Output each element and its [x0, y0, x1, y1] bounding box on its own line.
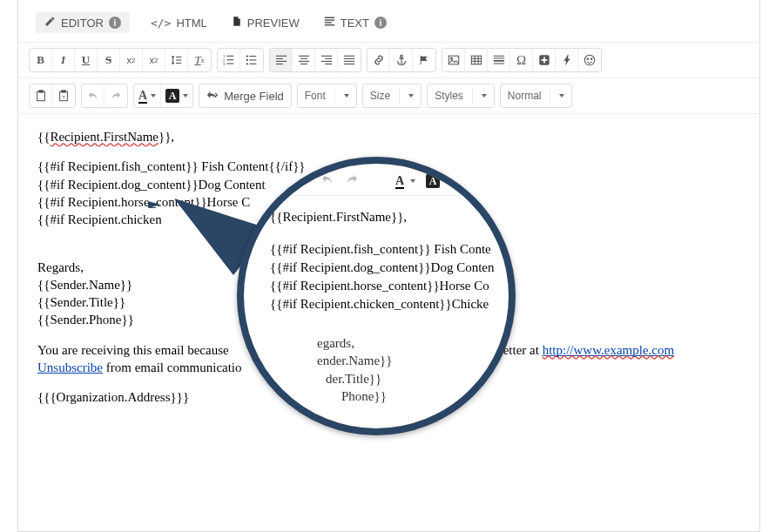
svg-rect-46 [493, 57, 503, 58]
unsubscribe-link[interactable]: Unsubscribe [37, 360, 103, 374]
svg-rect-27 [320, 56, 331, 57]
strikethrough-button[interactable]: S [98, 49, 120, 71]
magnifier: A A {{Recipient.FirstName}}, {{#if Recip… [237, 157, 516, 435]
svg-rect-12 [226, 64, 233, 64]
svg-rect-55 [37, 91, 44, 101]
svg-rect-51 [541, 59, 547, 61]
tab-text-label: TEXT [341, 17, 369, 30]
svg-rect-40 [471, 56, 481, 64]
svg-rect-2 [325, 22, 332, 23]
merge-field-label: Merge Field [224, 90, 284, 103]
magnifier-content: {{Recipient.FirstName}}, {{#if Recipient… [244, 196, 509, 334]
info-icon: i [109, 17, 121, 29]
svg-rect-1 [325, 19, 334, 20]
tab-text[interactable]: TEXT i [320, 12, 390, 33]
svg-point-35 [400, 55, 402, 57]
table-button[interactable] [465, 49, 488, 71]
svg-text:3: 3 [223, 62, 226, 66]
italic-button[interactable]: I [52, 49, 75, 71]
svg-point-15 [246, 59, 248, 61]
align-left-button[interactable] [270, 49, 293, 71]
svg-rect-32 [344, 58, 354, 59]
flag-button[interactable] [413, 49, 435, 71]
hr-button[interactable] [488, 49, 510, 71]
svg-rect-21 [275, 61, 286, 62]
svg-rect-8 [226, 56, 233, 57]
redo-button[interactable] [105, 84, 127, 107]
tab-html[interactable]: </> HTML [147, 12, 211, 33]
tab-preview[interactable]: PREVIEW [228, 12, 303, 33]
superscript-button[interactable]: x2 [143, 49, 165, 71]
svg-point-17 [246, 63, 248, 64]
paste-button[interactable] [30, 84, 52, 107]
ordered-list-button[interactable]: 123 [218, 49, 240, 71]
plus-button[interactable] [533, 49, 556, 71]
info-icon: i [374, 17, 387, 29]
svg-rect-22 [275, 64, 282, 64]
svg-rect-19 [275, 56, 286, 57]
subscript-button[interactable]: x2 [120, 49, 143, 71]
anchor-button[interactable] [390, 49, 413, 71]
svg-rect-30 [325, 64, 332, 64]
svg-rect-23 [298, 56, 308, 57]
format-select[interactable]: Normal [500, 84, 573, 108]
svg-rect-26 [300, 64, 307, 64]
toolbar-row2: T A A Merge Field Font [18, 78, 759, 114]
svg-rect-31 [344, 56, 354, 57]
bg-color-icon[interactable]: A [426, 174, 451, 188]
link-button[interactable] [368, 49, 390, 71]
svg-rect-14 [249, 56, 256, 57]
svg-rect-29 [320, 61, 331, 62]
svg-rect-24 [300, 58, 307, 59]
lightning-button[interactable] [556, 49, 578, 71]
svg-rect-33 [344, 61, 354, 62]
bullet-list-button[interactable] [240, 49, 263, 71]
size-select[interactable]: Size [362, 84, 422, 108]
omega-button[interactable]: Ω [510, 49, 533, 71]
svg-rect-34 [344, 64, 354, 64]
bg-color-button[interactable]: A [161, 84, 192, 107]
svg-point-54 [590, 58, 591, 59]
clear-format-button[interactable]: Tx [188, 49, 211, 71]
svg-rect-56 [38, 91, 42, 92]
svg-point-39 [450, 57, 452, 59]
tab-editor[interactable]: EDITOR i [36, 12, 130, 33]
emoji-button[interactable] [578, 49, 601, 71]
code-icon: </> [151, 17, 171, 30]
view-tabs: EDITOR i </> HTML PREVIEW TEXT i [18, 0, 759, 43]
undo-icon[interactable] [320, 172, 334, 190]
svg-point-13 [246, 55, 248, 57]
svg-rect-25 [298, 61, 308, 62]
svg-rect-20 [275, 58, 282, 59]
align-justify-button[interactable] [338, 49, 361, 71]
redo-icon[interactable] [345, 172, 359, 190]
svg-rect-58 [62, 91, 65, 92]
svg-rect-38 [449, 56, 458, 64]
styles-select[interactable]: Styles [427, 84, 495, 108]
text-color-button[interactable]: A [134, 84, 161, 107]
tab-editor-label: EDITOR [61, 17, 104, 30]
undo-button[interactable] [82, 84, 105, 107]
svg-rect-18 [249, 64, 256, 64]
lines-icon [324, 16, 335, 30]
toolbar-row1: B I U S x2 x2 Tx 123 [18, 43, 759, 78]
svg-rect-48 [493, 64, 503, 64]
merge-field-button[interactable]: Merge Field [199, 84, 292, 108]
svg-rect-0 [325, 17, 334, 18]
font-select[interactable]: Font [297, 84, 357, 108]
svg-rect-47 [493, 60, 503, 62]
svg-rect-16 [249, 59, 256, 60]
line-height-button[interactable] [165, 49, 188, 71]
text-color-icon[interactable]: A [395, 174, 415, 188]
paste-text-button[interactable]: T [52, 84, 75, 107]
align-center-button[interactable] [293, 49, 315, 71]
svg-rect-28 [325, 58, 332, 59]
tab-html-label: HTML [176, 17, 206, 30]
tab-preview-label: PREVIEW [247, 17, 300, 30]
align-right-button[interactable] [315, 49, 338, 71]
bold-button[interactable]: B [30, 49, 52, 71]
image-button[interactable] [442, 49, 465, 71]
footer-link[interactable]: http://www.example.com [543, 343, 675, 357]
underline-button[interactable]: U [75, 49, 98, 71]
svg-point-53 [587, 58, 588, 59]
